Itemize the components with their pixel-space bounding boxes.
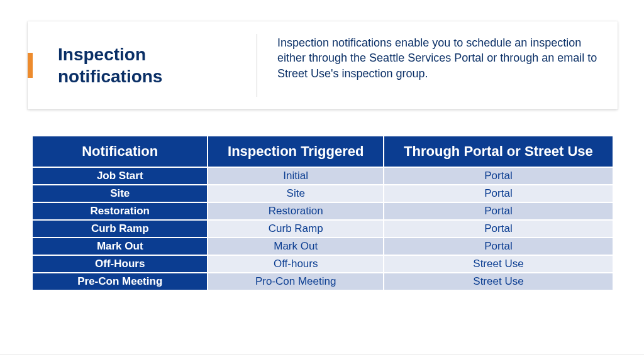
cell-notification: Site (32, 185, 208, 202)
col-via: Through Portal or Street Use (384, 136, 613, 167)
cell-via: Street Use (384, 255, 613, 273)
cell-triggered: Restoration (208, 202, 383, 220)
col-notification: Notification (32, 136, 208, 167)
header-right: Inspection notifications enable you to s… (260, 21, 618, 109)
cell-via: Street Use (384, 273, 613, 290)
slide: Inspection notifications Inspection noti… (0, 0, 644, 362)
cell-notification: Curb Ramp (32, 220, 208, 238)
table-row: Curb Ramp Curb Ramp Portal (32, 220, 613, 238)
cell-notification: Job Start (32, 167, 208, 185)
table-row: Site Site Portal (32, 185, 613, 202)
table-row: Pre-Con Meeting Pro-Con Meeting Street U… (32, 273, 613, 290)
cell-triggered: Mark Out (208, 238, 383, 255)
header-card: Inspection notifications Inspection noti… (28, 21, 618, 109)
table-row: Mark Out Mark Out Portal (32, 238, 613, 255)
cell-triggered: Site (208, 185, 383, 202)
table-row: Off-Hours Off-hours Street Use (32, 255, 613, 273)
table-row: Restoration Restoration Portal (32, 202, 613, 220)
cell-notification: Pre-Con Meeting (32, 273, 208, 290)
header-left: Inspection notifications (28, 21, 254, 109)
cell-via: Portal (384, 202, 613, 220)
header-divider (257, 34, 257, 97)
table-body: Job Start Initial Portal Site Site Porta… (32, 167, 613, 290)
page-description: Inspection notifications enable you to s… (277, 35, 600, 81)
cell-via: Portal (384, 167, 613, 185)
cell-notification: Mark Out (32, 238, 208, 255)
table-row: Job Start Initial Portal (32, 167, 613, 185)
cell-triggered: Initial (208, 167, 383, 185)
cell-triggered: Pro-Con Meeting (208, 273, 383, 290)
cell-via: Portal (384, 220, 613, 238)
table-header-row: Notification Inspection Triggered Throug… (32, 136, 613, 167)
col-triggered: Inspection Triggered (208, 136, 383, 167)
cell-notification: Restoration (32, 202, 208, 220)
notifications-table: Notification Inspection Triggered Throug… (31, 135, 614, 291)
accent-bar (28, 53, 33, 78)
page-title: Inspection notifications (58, 43, 254, 87)
cell-via: Portal (384, 185, 613, 202)
cell-triggered: Curb Ramp (208, 220, 383, 238)
cell-notification: Off-Hours (32, 255, 208, 273)
cell-triggered: Off-hours (208, 255, 383, 273)
footer-divider (0, 354, 644, 354)
cell-via: Portal (384, 238, 613, 255)
